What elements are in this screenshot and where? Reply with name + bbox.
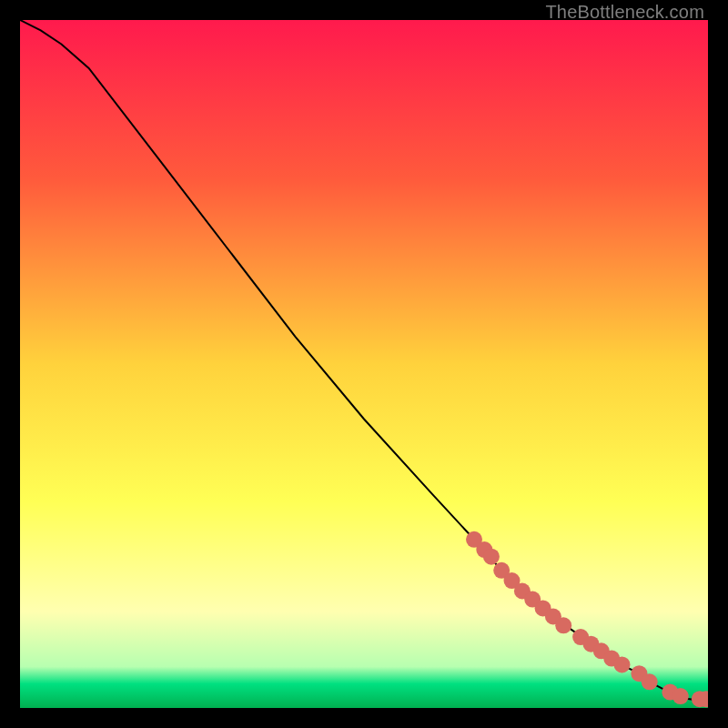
hotspot-dot <box>555 617 571 633</box>
bottleneck-chart <box>20 20 708 708</box>
hotspot-dot <box>672 688 689 704</box>
gradient-background <box>20 20 708 708</box>
chart-frame <box>20 20 708 708</box>
hotspot-dot <box>483 549 500 565</box>
attribution-label: TheBottleneck.com <box>545 2 704 23</box>
hotspot-dot <box>642 673 658 690</box>
hotspot-dot <box>614 656 631 672</box>
